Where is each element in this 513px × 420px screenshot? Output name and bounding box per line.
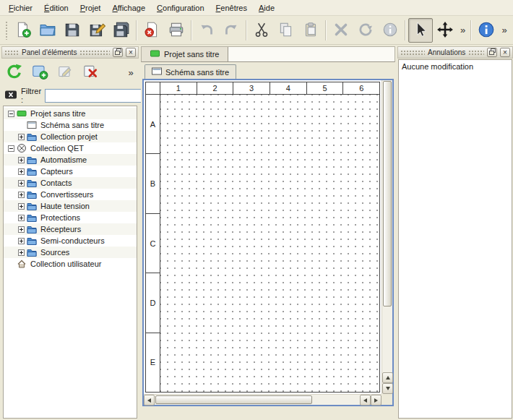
- edit-element-button: [54, 61, 76, 83]
- conductor-info-button: [378, 18, 402, 43]
- save-all-icon: [113, 21, 130, 40]
- folder-icon: [27, 247, 38, 257]
- h-scroll-thumb[interactable]: [155, 395, 312, 404]
- save-button[interactable]: [60, 18, 85, 43]
- v-scroll-thumb[interactable]: [383, 81, 392, 307]
- scroll-left-button-2[interactable]: [360, 395, 371, 406]
- scroll-left-button[interactable]: [144, 395, 155, 406]
- about-button[interactable]: [474, 18, 499, 43]
- toolbar-separator: [325, 20, 327, 40]
- close-panel-button[interactable]: ×: [126, 48, 136, 57]
- cut-button[interactable]: [249, 18, 274, 43]
- tree-item-semi-conducteurs[interactable]: Semi-conducteurs: [4, 235, 137, 247]
- tree-item-collection-utilisateur[interactable]: Collection utilisateur: [4, 258, 137, 270]
- toolbar-separator: [191, 20, 192, 40]
- delete-element-button[interactable]: [79, 61, 101, 83]
- elements-collection-tree: Projet sans titre Schéma sans titre Coll…: [3, 106, 137, 419]
- elements-panel-title: Panel d'éléments: [22, 48, 77, 56]
- menu-configuration[interactable]: Configuration: [151, 1, 210, 14]
- tree-item-convertisseurs[interactable]: Convertisseurs: [4, 189, 137, 200]
- horizontal-scrollbar[interactable]: [144, 394, 381, 405]
- expand-expander-icon[interactable]: [18, 249, 25, 256]
- menu-fenetres[interactable]: Fenêtres: [210, 1, 253, 14]
- float-panel-button[interactable]: [113, 48, 123, 57]
- copy-button: [274, 18, 298, 43]
- tree-item-collection-qet[interactable]: Collection QET: [4, 142, 137, 154]
- vertical-scrollbar[interactable]: [381, 80, 392, 394]
- move-tool-button[interactable]: [433, 18, 457, 43]
- tree-item-collection-projet[interactable]: Collection projet: [4, 131, 137, 142]
- rotate-icon: [357, 21, 374, 40]
- expand-expander-icon[interactable]: [18, 215, 25, 221]
- float-undo-panel-button[interactable]: [487, 48, 497, 57]
- scrollbar-corner: [381, 394, 392, 405]
- expand-expander-icon[interactable]: [18, 157, 25, 163]
- folder-icon: [27, 236, 38, 246]
- expand-expander-icon[interactable]: [18, 203, 25, 210]
- dock-grip[interactable]: [400, 50, 425, 56]
- tree-item-haute-tension[interactable]: Haute tension: [4, 200, 137, 212]
- diagram-grid-canvas[interactable]: [160, 95, 379, 392]
- new-element-button[interactable]: [29, 61, 51, 83]
- toolbar-separator: [470, 20, 472, 40]
- undo-history-item[interactable]: Aucune modification: [399, 60, 512, 73]
- tree-item-project[interactable]: Projet sans titre: [4, 108, 137, 119]
- expand-expander-icon[interactable]: [18, 192, 25, 198]
- menu-projet[interactable]: Projet: [74, 1, 107, 14]
- diagram-paper[interactable]: 1 2 3 4 5 6 A B C D E: [145, 82, 380, 393]
- tree-item-recepteurs[interactable]: Récepteurs: [4, 223, 137, 235]
- float-icon: [115, 48, 121, 56]
- menu-aide[interactable]: Aide: [253, 1, 280, 14]
- save-as-button[interactable]: [85, 18, 109, 43]
- v-scroll-track[interactable]: [382, 307, 392, 372]
- save-all-button[interactable]: [109, 18, 134, 43]
- menu-fichier[interactable]: Fichier: [3, 1, 38, 14]
- tree-item-protections[interactable]: Protections: [4, 212, 137, 223]
- tree-item-sources[interactable]: Sources: [4, 247, 137, 258]
- collapse-expander-icon[interactable]: [8, 145, 14, 152]
- toolbar-grip[interactable]: [5, 21, 9, 40]
- scroll-down-button[interactable]: [382, 383, 393, 394]
- toolbar-overflow-button[interactable]: »: [457, 20, 469, 41]
- expand-expander-icon[interactable]: [18, 180, 25, 187]
- menu-affichage[interactable]: Affichage: [106, 1, 151, 14]
- menu-bar: Fichier Édition Projet Affichage Configu…: [0, 0, 513, 16]
- undo-panel-titlebar[interactable]: Annulations ×: [397, 46, 513, 59]
- tab-project-sans-titre[interactable]: Projet sans titre: [142, 47, 228, 61]
- undo-history-list: Aucune modification: [398, 59, 512, 419]
- column-ruler-cell: 6: [343, 82, 379, 94]
- tree-item-schema[interactable]: Schéma sans titre: [4, 119, 137, 131]
- open-project-button[interactable]: [35, 18, 60, 43]
- dock-grip[interactable]: [4, 50, 19, 56]
- print-button[interactable]: [164, 18, 189, 43]
- dock-grip[interactable]: [79, 50, 110, 56]
- elements-panel-titlebar[interactable]: Panel d'éléments ×: [1, 46, 139, 59]
- dock-grip[interactable]: [468, 50, 484, 56]
- close-undo-panel-button[interactable]: ×: [500, 48, 510, 57]
- schema-tab-icon: [152, 67, 162, 77]
- filter-label: Filtrer :: [21, 87, 41, 104]
- clear-filter-icon[interactable]: [4, 88, 17, 103]
- reload-collections-button[interactable]: [4, 61, 25, 83]
- scroll-up-button[interactable]: [382, 372, 393, 383]
- scroll-right-button[interactable]: [371, 395, 381, 406]
- expand-expander-icon[interactable]: [18, 226, 25, 233]
- expand-expander-icon[interactable]: [18, 168, 25, 175]
- select-tool-button[interactable]: [408, 18, 433, 43]
- collapse-expander-icon[interactable]: [8, 111, 14, 117]
- new-file-button[interactable]: [11, 18, 35, 43]
- panel-toolbar-overflow-button[interactable]: »: [125, 61, 137, 83]
- menu-edition[interactable]: Édition: [38, 1, 74, 14]
- expand-expander-icon[interactable]: [18, 134, 25, 140]
- tree-item-automatisme[interactable]: Automatisme: [4, 154, 137, 166]
- tree-item-capteurs[interactable]: Capteurs: [4, 166, 137, 177]
- tree-item-label: Récepteurs: [40, 225, 81, 233]
- toolbar-overflow-2-button[interactable]: »: [499, 20, 510, 41]
- expand-expander-icon[interactable]: [18, 238, 25, 244]
- paste-button: [298, 18, 323, 43]
- h-scroll-track[interactable]: [313, 395, 360, 405]
- tree-item-contacts[interactable]: Contacts: [4, 177, 137, 189]
- close-file-button[interactable]: [139, 18, 164, 43]
- filter-input[interactable]: [45, 89, 153, 103]
- tab-schema-sans-titre[interactable]: Schéma sans titre: [145, 64, 236, 79]
